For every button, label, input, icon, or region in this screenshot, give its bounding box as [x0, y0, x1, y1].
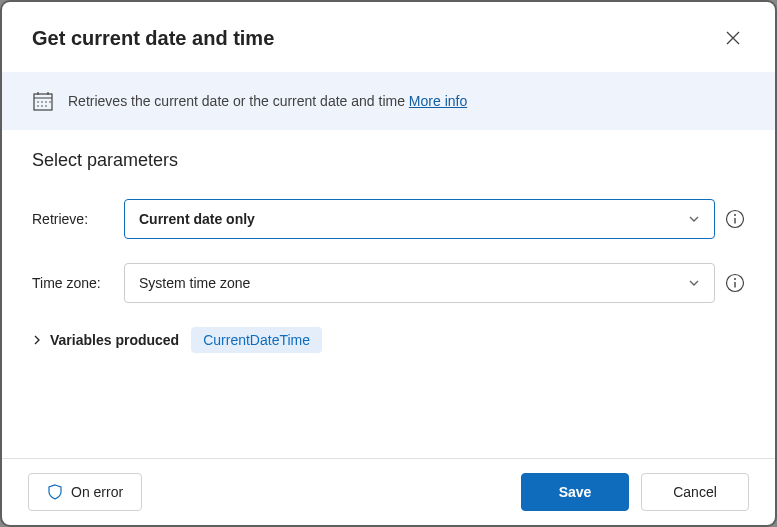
on-error-button[interactable]: On error	[28, 473, 142, 511]
svg-point-15	[734, 278, 736, 280]
info-icon[interactable]	[725, 209, 745, 229]
calendar-icon	[32, 90, 54, 112]
info-banner: Retrieves the current date or the curren…	[2, 72, 775, 130]
save-button[interactable]: Save	[521, 473, 629, 511]
svg-point-4	[37, 101, 39, 103]
svg-point-6	[45, 101, 47, 103]
chevron-down-icon	[688, 213, 700, 225]
variables-label: Variables produced	[50, 332, 179, 348]
timezone-value: System time zone	[139, 275, 250, 291]
more-info-link[interactable]: More info	[409, 93, 467, 109]
banner-text-wrap: Retrieves the current date or the curren…	[68, 93, 467, 109]
chevron-down-icon	[688, 277, 700, 289]
timezone-select[interactable]: System time zone	[124, 263, 715, 303]
retrieve-value: Current date only	[139, 211, 255, 227]
dialog-title: Get current date and time	[32, 27, 274, 50]
retrieve-label: Retrieve:	[32, 211, 114, 227]
cancel-button[interactable]: Cancel	[641, 473, 749, 511]
retrieve-select[interactable]: Current date only	[124, 199, 715, 239]
svg-point-5	[41, 101, 43, 103]
chevron-right-icon	[32, 335, 42, 345]
close-button[interactable]	[717, 22, 749, 54]
variables-toggle[interactable]: Variables produced	[32, 332, 179, 348]
svg-point-12	[734, 214, 736, 216]
on-error-label: On error	[71, 484, 123, 500]
section-heading: Select parameters	[32, 150, 745, 171]
timezone-label: Time zone:	[32, 275, 114, 291]
variable-chip[interactable]: CurrentDateTime	[191, 327, 322, 353]
svg-point-7	[49, 101, 51, 103]
svg-point-8	[37, 105, 39, 107]
dialog-header: Get current date and time	[2, 2, 775, 72]
dialog: Get current date and time Retrieves the …	[2, 2, 775, 525]
svg-point-9	[41, 105, 43, 107]
dialog-footer: On error Save Cancel	[2, 458, 775, 525]
svg-point-10	[45, 105, 47, 107]
close-icon	[726, 31, 740, 45]
footer-actions: Save Cancel	[521, 473, 749, 511]
banner-text: Retrieves the current date or the curren…	[68, 93, 409, 109]
dialog-body: Select parameters Retrieve: Current date…	[2, 130, 775, 458]
info-icon[interactable]	[725, 273, 745, 293]
param-row-retrieve: Retrieve: Current date only	[32, 199, 745, 239]
param-row-timezone: Time zone: System time zone	[32, 263, 745, 303]
shield-icon	[47, 484, 63, 500]
variables-row: Variables produced CurrentDateTime	[32, 327, 745, 353]
